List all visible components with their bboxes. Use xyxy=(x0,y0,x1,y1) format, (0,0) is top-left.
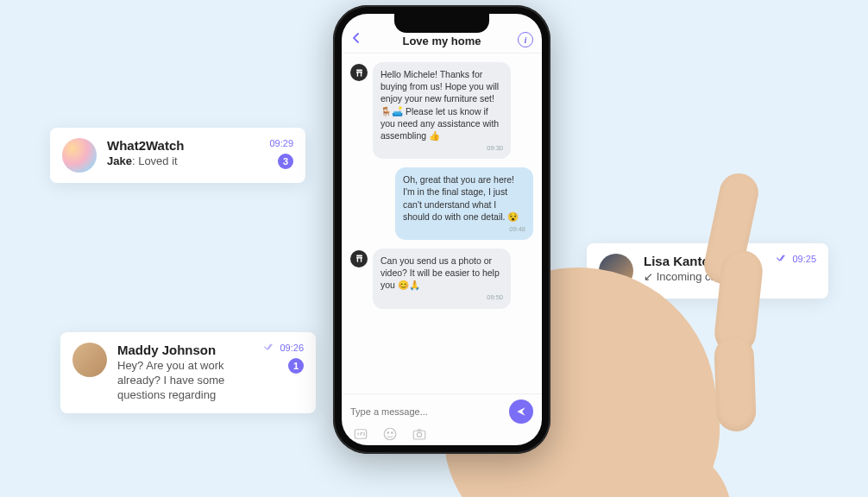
avatar xyxy=(72,343,107,377)
chat-preview: Jake: Loved it xyxy=(107,154,259,169)
back-button[interactable] xyxy=(350,32,362,47)
chat-title: What2Watch xyxy=(107,138,259,153)
svg-point-13 xyxy=(417,432,421,437)
messages-area[interactable]: Hello Michele! Thanks for buying from us… xyxy=(342,53,542,393)
message-text: Can you send us a photo or video? It wil… xyxy=(381,255,503,292)
unread-badge: 1 xyxy=(288,358,304,374)
message-input[interactable] xyxy=(350,406,502,417)
chat-header-title: Love my home xyxy=(402,35,481,47)
message-bubble[interactable]: Hello Michele! Thanks for buying from us… xyxy=(373,62,511,159)
svg-rect-7 xyxy=(356,258,362,259)
delivered-check-icon xyxy=(264,343,276,353)
gif-icon[interactable] xyxy=(352,425,369,443)
send-button[interactable] xyxy=(509,399,533,424)
chat-time: 09:29 xyxy=(269,138,293,148)
chat-list-item-maddy[interactable]: Maddy Johnson Hey? Are you at work alrea… xyxy=(60,332,316,413)
message-row: Hello Michele! Thanks for buying from us… xyxy=(350,62,533,159)
message-composer xyxy=(342,393,542,445)
svg-point-9 xyxy=(384,428,396,440)
info-button[interactable]: i xyxy=(518,32,533,47)
svg-rect-3 xyxy=(356,72,362,72)
chat-title: Maddy Johnson xyxy=(117,343,254,357)
message-timestamp: 09:48 xyxy=(403,225,525,234)
phone-notch xyxy=(394,14,489,33)
message-text: Hello Michele! Thanks for buying from us… xyxy=(381,68,503,142)
hand-holding-phone: Love my home i Hello Michele! Thanks for… xyxy=(319,0,802,497)
phone-screen: Love my home i Hello Michele! Thanks for… xyxy=(342,14,542,445)
message-timestamp: 09:50 xyxy=(381,293,503,302)
business-avatar-icon xyxy=(350,64,368,81)
message-bubble[interactable]: Can you send us a photo or video? It wil… xyxy=(373,248,511,309)
message-row: Oh, great that you are here! I'm in the … xyxy=(350,167,533,240)
chat-time: 09:26 xyxy=(280,343,304,353)
message-text: Oh, great that you are here! I'm in the … xyxy=(403,173,525,223)
sticker-icon[interactable] xyxy=(381,425,399,443)
avatar xyxy=(62,138,97,173)
camera-icon[interactable] xyxy=(411,425,428,443)
svg-point-11 xyxy=(392,432,393,434)
chat-preview: Hey? Are you at work already? I have som… xyxy=(117,359,254,403)
message-bubble[interactable]: Oh, great that you are here! I'm in the … xyxy=(395,167,533,240)
message-timestamp: 09:30 xyxy=(381,144,503,153)
message-row: Can you send us a photo or video? It wil… xyxy=(350,248,533,309)
unread-badge: 3 xyxy=(278,154,293,169)
svg-rect-0 xyxy=(356,69,362,71)
svg-rect-4 xyxy=(356,255,362,257)
svg-point-10 xyxy=(387,432,389,434)
chat-list-item-what2watch[interactable]: What2Watch Jake: Loved it 09:29 3 xyxy=(50,128,305,183)
phone-device: Love my home i Hello Michele! Thanks for… xyxy=(333,5,550,454)
business-avatar-icon xyxy=(350,250,368,267)
